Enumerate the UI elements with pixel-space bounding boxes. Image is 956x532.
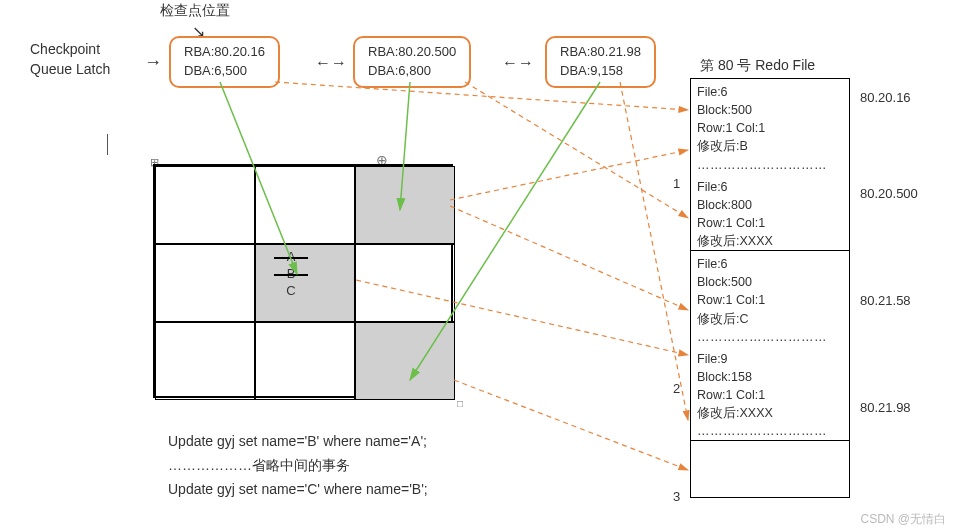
queue-node-2: RBA:80.20.500 DBA:6,800 <box>353 36 471 88</box>
side-rba-label: 80.21.98 <box>860 400 911 415</box>
redo-dots: ………………………… <box>697 422 843 440</box>
redo-block-field: Block:500 <box>697 273 843 291</box>
redo-block-field: Block:158 <box>697 368 843 386</box>
grid-cell <box>255 322 355 400</box>
left-label-l1: Checkpoint <box>30 41 100 57</box>
side-index-label: 1 <box>673 176 680 191</box>
separator-icon <box>691 440 849 441</box>
redo-file-field: File:9 <box>697 350 843 368</box>
redo-after-field: 修改后:B <box>697 137 843 155</box>
queue-node-dba: DBA:6,500 <box>184 62 265 81</box>
side-index-label: 2 <box>673 381 680 396</box>
sql-line: Update gyj set name='B' where name='A'; <box>168 430 428 454</box>
queue-latch-label: Checkpoint Queue Latch <box>30 40 110 79</box>
queue-node-1: RBA:80.20.16 DBA:6,500 <box>169 36 280 88</box>
buffer-grid <box>153 164 453 398</box>
redo-entry: File:6 Block:800 Row:1 Col:1 修改后:XXXX <box>691 174 849 251</box>
redo-after-field: 修改后:XXXX <box>697 232 843 250</box>
redo-row-field: Row:1 Col:1 <box>697 119 843 137</box>
sql-statements: Update gyj set name='B' where name='A'; … <box>168 430 428 501</box>
side-rba-label: 80.21.58 <box>860 293 911 308</box>
queue-node-dba: DBA:6,800 <box>368 62 456 81</box>
svg-line-4 <box>465 82 688 218</box>
checkpoint-label: 检查点位置 <box>160 2 230 20</box>
redo-file-field: File:6 <box>697 178 843 196</box>
svg-line-6 <box>450 150 688 200</box>
redo-row-field: Row:1 Col:1 <box>697 214 843 232</box>
redo-block-field: Block:500 <box>697 101 843 119</box>
strikethrough-icon <box>274 274 308 276</box>
side-index-label: 3 <box>673 489 680 504</box>
redo-file-title: 第 80 号 Redo File <box>700 57 815 75</box>
grid-cell <box>155 244 255 322</box>
redo-after-field: 修改后:XXXX <box>697 404 843 422</box>
side-rba-label: 80.20.500 <box>860 186 918 201</box>
redo-file-box: File:6 Block:500 Row:1 Col:1 修改后:B ……………… <box>690 78 850 498</box>
text-caret-icon <box>107 134 108 155</box>
grid-cell-center <box>255 244 355 322</box>
redo-entry: File:9 Block:158 Row:1 Col:1 修改后:XXXX ……… <box>691 346 849 441</box>
grid-cell <box>155 166 255 244</box>
redo-file-field: File:6 <box>697 83 843 101</box>
queue-node-3: RBA:80.21.98 DBA:9,158 <box>545 36 656 88</box>
side-rba-label: 80.20.16 <box>860 90 911 105</box>
svg-line-5 <box>620 82 688 420</box>
redo-row-field: Row:1 Col:1 <box>697 386 843 404</box>
redo-dots: ………………………… <box>697 156 843 174</box>
resize-handle-icon: □ <box>457 398 463 409</box>
letter-c: C <box>281 283 301 300</box>
redo-dots: ………………………… <box>697 328 843 346</box>
svg-line-9 <box>454 380 688 470</box>
grid-cell <box>155 322 255 400</box>
grid-cell-shaded <box>355 166 455 244</box>
link-arrow-icon: ←→ <box>315 54 347 72</box>
redo-row-field: Row:1 Col:1 <box>697 291 843 309</box>
grid-cell <box>255 166 355 244</box>
queue-node-dba: DBA:9,158 <box>560 62 641 81</box>
redo-block-field: Block:800 <box>697 196 843 214</box>
strikethrough-icon <box>274 257 308 259</box>
svg-line-7 <box>450 206 688 310</box>
sql-line: ………………省略中间的事务 <box>168 454 428 478</box>
grid-cell-shaded <box>355 322 455 400</box>
queue-node-rba: RBA:80.20.16 <box>184 43 265 62</box>
queue-node-rba: RBA:80.20.500 <box>368 43 456 62</box>
arrow-to-first-icon: → <box>144 52 162 73</box>
sql-line: Update gyj set name='C' where name='B'; <box>168 478 428 502</box>
link-arrow-icon: ←→ <box>502 54 534 72</box>
left-label-l2: Queue Latch <box>30 61 110 77</box>
grid-cell <box>355 244 455 322</box>
redo-entry: File:6 Block:500 Row:1 Col:1 修改后:C ……………… <box>691 251 849 346</box>
redo-file-field: File:6 <box>697 255 843 273</box>
queue-node-rba: RBA:80.21.98 <box>560 43 641 62</box>
redo-entry: File:6 Block:500 Row:1 Col:1 修改后:B ……………… <box>691 79 849 174</box>
redo-after-field: 修改后:C <box>697 310 843 328</box>
watermark: CSDN @无情白 <box>860 511 946 528</box>
